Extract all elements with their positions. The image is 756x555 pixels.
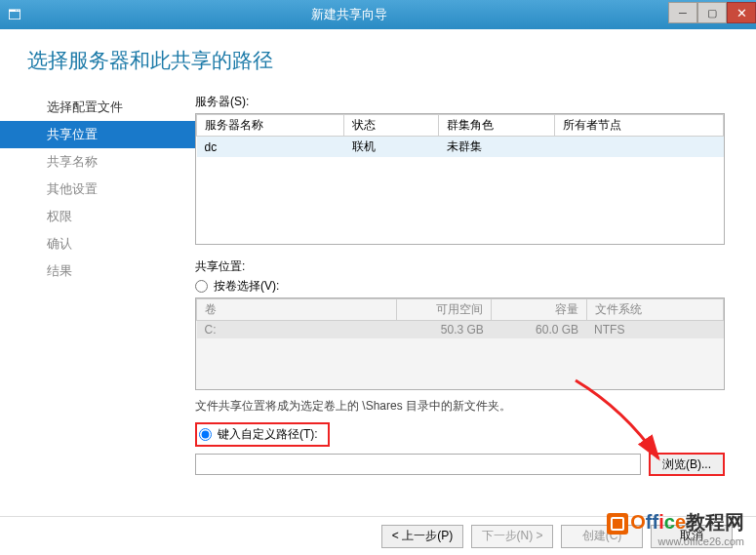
col-volume[interactable]: 卷 bbox=[197, 299, 397, 321]
volume-table: 卷 可用空间 容量 文件系统 C: 50.3 GB 60.0 GB NTFS bbox=[195, 297, 725, 390]
custom-path-input[interactable] bbox=[195, 454, 641, 475]
cell-owner bbox=[555, 137, 724, 158]
cell-volume: C: bbox=[197, 321, 397, 339]
watermark-brand: Office教程网 bbox=[607, 509, 744, 535]
col-status[interactable]: 状态 bbox=[344, 115, 439, 137]
cell-fs: NTFS bbox=[586, 321, 723, 339]
volume-row[interactable]: C: 50.3 GB 60.0 GB NTFS bbox=[197, 321, 724, 339]
nav-location[interactable]: 共享位置 bbox=[0, 121, 195, 148]
nav-other: 其他设置 bbox=[0, 176, 195, 203]
next-button: 下一步(N) > bbox=[471, 525, 553, 548]
content-area: 选择配置文件 共享位置 共享名称 其他设置 权限 确认 结果 服务器(S): 服… bbox=[0, 92, 756, 555]
minimize-button[interactable]: ─ bbox=[668, 2, 697, 23]
volume-hint: 文件共享位置将成为选定卷上的 \Shares 目录中的新文件夹。 bbox=[195, 398, 725, 415]
radio-by-volume[interactable]: 按卷选择(V): bbox=[195, 278, 725, 295]
nav-perm: 权限 bbox=[0, 203, 195, 230]
app-icon: 🗔 bbox=[0, 7, 29, 22]
cell-status: 联机 bbox=[344, 137, 439, 158]
col-owner-node[interactable]: 所有者节点 bbox=[555, 115, 724, 137]
server-table: 服务器名称 状态 群集角色 所有者节点 dc 联机 未群集 bbox=[195, 113, 725, 245]
watermark: Office教程网 www.office26.com bbox=[607, 509, 744, 547]
col-server-name[interactable]: 服务器名称 bbox=[197, 115, 344, 137]
nav-name: 共享名称 bbox=[0, 148, 195, 176]
radio-volume-label: 按卷选择(V): bbox=[214, 278, 279, 295]
col-cluster-role[interactable]: 群集角色 bbox=[439, 115, 555, 137]
page-title: 选择服务器和此共享的路径 bbox=[0, 29, 756, 92]
maximize-button[interactable]: ▢ bbox=[697, 2, 727, 23]
prev-button[interactable]: < 上一步(P) bbox=[381, 525, 463, 548]
nav-result: 结果 bbox=[0, 258, 195, 285]
window-title: 新建共享向导 bbox=[29, 6, 668, 23]
col-free[interactable]: 可用空间 bbox=[397, 299, 492, 321]
highlight-custom-radio: 键入自定义路径(T): bbox=[195, 422, 330, 447]
cell-free: 50.3 GB bbox=[397, 321, 492, 339]
share-location-label: 共享位置: bbox=[195, 258, 725, 275]
watermark-url: www.office26.com bbox=[607, 535, 744, 547]
radio-custom-path[interactable]: 键入自定义路径(T): bbox=[195, 422, 725, 447]
radio-volume-input[interactable] bbox=[195, 280, 208, 293]
radio-custom-input[interactable] bbox=[199, 428, 212, 441]
col-capacity[interactable]: 容量 bbox=[492, 299, 586, 321]
custom-path-row: 浏览(B)... bbox=[195, 453, 725, 476]
nav-confirm: 确认 bbox=[0, 230, 195, 258]
cell-capacity: 60.0 GB bbox=[492, 321, 586, 339]
cell-cluster: 未群集 bbox=[439, 137, 555, 158]
wizard-nav: 选择配置文件 共享位置 共享名称 其他设置 权限 确认 结果 bbox=[0, 92, 195, 555]
nav-profile[interactable]: 选择配置文件 bbox=[0, 94, 195, 121]
server-row[interactable]: dc 联机 未群集 bbox=[197, 137, 724, 158]
cell-server-name: dc bbox=[197, 137, 344, 158]
col-filesystem[interactable]: 文件系统 bbox=[586, 299, 723, 321]
radio-custom-label: 键入自定义路径(T): bbox=[218, 426, 318, 443]
browse-button[interactable]: 浏览(B)... bbox=[649, 453, 725, 476]
close-button[interactable]: ✕ bbox=[727, 2, 756, 23]
window-controls: ─ ▢ ✕ bbox=[668, 6, 756, 23]
main-panel: 服务器(S): 服务器名称 状态 群集角色 所有者节点 dc 联机 未群集 共享… bbox=[195, 92, 756, 555]
watermark-logo-icon bbox=[607, 513, 628, 535]
server-label: 服务器(S): bbox=[195, 94, 725, 110]
titlebar: 🗔 新建共享向导 ─ ▢ ✕ bbox=[0, 0, 756, 29]
